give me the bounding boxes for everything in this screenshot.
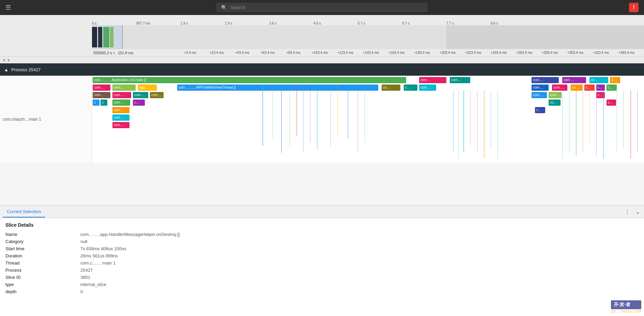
flame-block-2g[interactable]: com.…: [532, 85, 549, 91]
flame-block-r2[interactable]: com.…: [450, 77, 470, 83]
flame-block-2c[interactable]: app…: [138, 85, 157, 91]
detail-value-sliceid: 3801: [80, 275, 639, 280]
dtick-5: +83.4 ms: [286, 51, 300, 55]
search-icon: 🔍: [221, 5, 227, 10]
dtick-8: +143.4 ms: [363, 51, 379, 55]
detail-key-name: Name: [5, 232, 80, 237]
flame-block-rs1[interactable]: com.…: [549, 100, 561, 106]
detail-value-type: internal_slice: [80, 282, 639, 287]
process-title: Process 25427: [11, 67, 41, 72]
flame-block-3f[interactable]: com.…: [549, 92, 562, 98]
collapse-btn[interactable]: ∧: [3, 58, 6, 62]
process-header[interactable]: ▲ Process 25427: [0, 63, 644, 76]
alert-icon[interactable]: !: [629, 3, 639, 12]
tab-icons: ⋮ ⌄: [623, 207, 641, 216]
detail-row-starttime: Start time 7s 658ms 408us 100ns: [5, 246, 639, 251]
flame-block-7a[interactable]: com.…: [112, 122, 129, 128]
flame-block-r1[interactable]: com.…: [419, 77, 446, 83]
top-bar: ☰ 🔍 !: [0, 0, 644, 15]
detail-key-starttime: Start time: [5, 246, 80, 251]
flame-block-4d[interactable]: c...: [133, 100, 145, 106]
watermark-sub: @f… DevZe.COM: [611, 309, 641, 313]
menu-icon[interactable]: ☰: [5, 4, 11, 11]
detail-value-thread: com.c…… main 1: [80, 260, 639, 266]
flame-block-2e[interactable]: c…: [404, 85, 417, 91]
flame-block-2h[interactable]: com.…: [552, 85, 567, 91]
filter-icon-btn[interactable]: ⋮: [623, 207, 631, 216]
minimap-left-label: [0, 25, 92, 49]
detail-row-duration: Duration 26ms 561us 999ns: [5, 253, 639, 258]
flame-block-oncreate[interactable]: com.………Application.onCreate.[]: [93, 77, 406, 83]
flame-block-4a[interactable]: c: [93, 100, 99, 106]
flame-block-5a[interactable]: com.…: [112, 107, 129, 113]
detail-row-process: Process 25427: [5, 268, 639, 273]
flame-block-4c[interactable]: com.…: [112, 100, 130, 106]
time-origin-label: 555065.2 s +: [93, 51, 115, 55]
tick-19s: 1.9 s: [181, 21, 188, 25]
bottom-panel: Current Selection ⋮ ⌄ Slice Details Name…: [0, 205, 644, 316]
dtick-7: +123.4 ms: [337, 51, 353, 55]
dtick-15: +283.4 ms: [542, 51, 558, 55]
search-input[interactable]: [230, 5, 423, 10]
dtick-12: +223.4 ms: [465, 51, 481, 55]
detail-row-name: Name com.…….app.HandlerMessageHelper.onD…: [5, 232, 639, 237]
flame-block-3a[interactable]: com.…: [93, 92, 110, 98]
dtick-11: +203.4 ms: [440, 51, 456, 55]
flame-block-3b[interactable]: com.…: [112, 92, 131, 98]
search-box[interactable]: 🔍: [216, 3, 428, 12]
flame-block-6a[interactable]: com.…: [112, 115, 129, 121]
flame-block-4b[interactable]: c: [101, 100, 107, 106]
detail-row-sliceid: Slice ID 3801: [5, 275, 639, 280]
bottom-tabs: Current Selection ⋮ ⌄: [0, 206, 644, 218]
detail-key-duration: Duration: [5, 253, 80, 258]
flame-block-3d[interactable]: com.…: [150, 92, 164, 98]
flame-block-2k[interactable]: c…: [596, 85, 605, 91]
flame-block-2j[interactable]: c…: [584, 85, 595, 91]
tick-29s: 2.9 s: [225, 21, 232, 25]
minimap-content[interactable]: [92, 25, 644, 49]
dtick-13: +243.4 ms: [491, 51, 507, 55]
flame-block-2i[interactable]: co…: [571, 85, 583, 91]
flame-block-2f[interactable]: com.…: [419, 85, 436, 91]
detail-ruler-inner: +3.4 ms +23.4 ms +43.4 ms +63.4 ms +83.4…: [184, 49, 644, 56]
detail-key-thread: Thread: [5, 260, 80, 266]
flame-canvas[interactable]: com.………Application.onCreate.[] com.… com…: [92, 76, 644, 163]
expand-btn[interactable]: ∨: [7, 58, 10, 62]
tick-57s: 5.7 s: [358, 21, 365, 25]
flame-block-3e[interactable]: com.…: [532, 92, 547, 98]
flame-block-2b[interactable]: com.…: [112, 85, 136, 91]
dtick-16: +303.4 ms: [567, 51, 583, 55]
flame-block-2l[interactable]: c…: [607, 85, 617, 91]
detail-value-name: com.…….app.HandlerMessageHelper.onDestro…: [80, 232, 639, 237]
flame-block-r5[interactable]: co…: [589, 77, 608, 83]
watermark: 开·发·者 @f… DevZe.COM: [611, 300, 641, 313]
detail-value-process: 25427: [80, 268, 639, 273]
watermark-box: 开·发·者: [611, 300, 641, 309]
detail-row-depth: depth 0: [5, 289, 639, 294]
tick-38s: 3.8 s: [269, 21, 277, 25]
flame-block-2d[interactable]: co…: [382, 85, 400, 91]
time-origin-offset: 151.9 ms: [118, 51, 133, 55]
detail-row-type: type internal_slice: [5, 282, 639, 287]
dtick-3: +43.4 ms: [235, 51, 249, 55]
dtick-18: +343.4 ms: [618, 51, 634, 55]
dtick-17: +323.4 ms: [593, 51, 609, 55]
tab-current-selection[interactable]: Current Selection: [3, 206, 45, 217]
detail-row-thread: Thread com.c…… main 1: [5, 260, 639, 266]
detail-value-duration: 26ms 561us 999ns: [80, 253, 639, 258]
expand-row: ∧ ∨: [0, 57, 644, 63]
tick-0s: 0 s: [92, 21, 96, 25]
detail-value-category: null: [80, 239, 639, 244]
dtick-9: +163.4 ms: [388, 51, 404, 55]
flame-block-r3[interactable]: com.…: [532, 77, 559, 83]
detail-key-depth: depth: [5, 289, 80, 294]
expand-icon-btn[interactable]: ⌄: [634, 207, 641, 216]
detail-key-category: Category: [5, 239, 80, 244]
flame-block-r6[interactable]: C…: [610, 77, 620, 83]
flame-block-2a[interactable]: com.…: [93, 85, 110, 91]
flame-block-rs3[interactable]: c…: [607, 100, 616, 106]
flame-block-rs2[interactable]: c…: [535, 107, 545, 113]
detail-key-type: type: [5, 282, 80, 287]
flame-block-r4[interactable]: com.…: [562, 77, 586, 83]
flame-block-3c[interactable]: com.…: [133, 92, 148, 98]
